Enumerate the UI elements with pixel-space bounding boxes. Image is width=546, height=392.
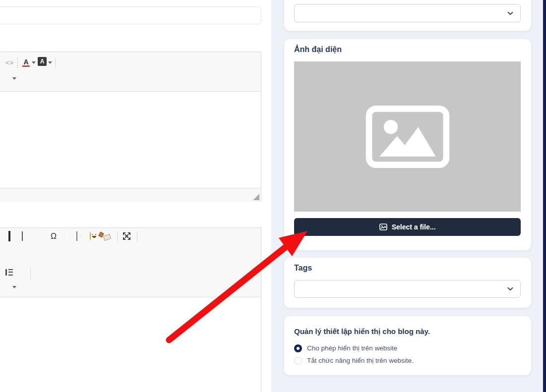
background-color-caret-icon[interactable] — [48, 61, 52, 64]
editor2-content[interactable] — [0, 297, 261, 392]
tags-select[interactable] — [294, 280, 521, 298]
editor1-status-bar — [0, 188, 261, 202]
rich-text-editor-2: Ω — [0, 227, 261, 392]
maximize-icon[interactable] — [122, 232, 131, 241]
chevron-down-icon — [506, 9, 514, 17]
tags-title: Tags — [294, 264, 312, 273]
select-a-file-button[interactable]: Select a file... — [294, 218, 521, 236]
emoticon-icon[interactable] — [90, 232, 99, 241]
youtube-icon[interactable] — [63, 232, 72, 241]
justify-icon[interactable] — [18, 269, 27, 278]
image-icon[interactable] — [76, 232, 85, 241]
image-placeholder — [294, 61, 521, 212]
category-card — [284, 0, 531, 31]
featured-image-title: Ảnh đại diện — [294, 45, 342, 54]
radio-option-label: Cho phép hiển thị trên website — [307, 344, 397, 352]
horizontal-rule-icon[interactable] — [35, 232, 44, 241]
radio-selected-icon[interactable] — [294, 344, 302, 352]
title-input[interactable] — [0, 6, 261, 24]
table-icon[interactable] — [22, 232, 31, 241]
radio-option-show[interactable]: Cho phép hiển thị trên website — [294, 344, 397, 352]
toolbar-separator — [55, 57, 56, 68]
styles-dropdown-caret-icon[interactable] — [12, 77, 16, 80]
select-a-file-label: Select a file... — [392, 223, 436, 231]
display-settings-title: Quản lý thiết lập hiển thị cho blog này. — [294, 327, 430, 336]
radio-option-label: Tắt chức năng hiển thị trên website. — [307, 357, 414, 364]
font-color-icon[interactable]: A — [22, 57, 30, 67]
clipped-toolbar-icon — [0, 232, 8, 241]
chevron-down-icon — [506, 285, 514, 293]
resize-grip-icon[interactable] — [253, 194, 259, 200]
toolbar-separator — [30, 269, 31, 279]
window-edge-strip — [543, 0, 546, 392]
toolbar-separator — [137, 231, 137, 242]
special-character-icon[interactable]: Ω — [49, 232, 58, 241]
source-code-icon[interactable]: <> — [5, 59, 14, 66]
rich-text-editor-1: <> A A — [0, 52, 261, 202]
blockquote-icon[interactable] — [5, 269, 14, 278]
right-sidebar-panel: Ảnh đại diện Select a file... Tags — [271, 0, 543, 392]
featured-image-card: Ảnh đại diện Select a file... — [284, 39, 531, 250]
radio-option-hide[interactable]: Tắt chức năng hiển thị trên website. — [294, 356, 414, 365]
image-placeholder-icon — [365, 105, 450, 168]
toolbar-separator — [117, 231, 118, 242]
editor1-content[interactable] — [0, 92, 261, 188]
font-color-letter: A — [23, 58, 28, 66]
maximize-arrows — [122, 232, 131, 240]
radio-unselected-icon[interactable] — [294, 357, 302, 365]
background-color-icon[interactable]: A — [38, 57, 47, 66]
font-color-caret-icon[interactable] — [32, 61, 36, 64]
editor2-toolbar: Ω — [0, 228, 261, 297]
font-color-swatch — [22, 65, 30, 67]
display-settings-card: Quản lý thiết lập hiển thị cho blog này.… — [284, 316, 531, 375]
clean-formatting-icon[interactable] — [103, 232, 112, 241]
tags-card: Tags — [284, 258, 531, 308]
editor1-toolbar: <> A A — [0, 52, 261, 92]
page-break-icon[interactable] — [8, 232, 17, 241]
toolbar-separator — [17, 57, 18, 68]
category-select[interactable] — [294, 4, 521, 22]
image-file-icon — [379, 224, 387, 230]
styles-dropdown-caret-icon[interactable] — [12, 286, 16, 288]
